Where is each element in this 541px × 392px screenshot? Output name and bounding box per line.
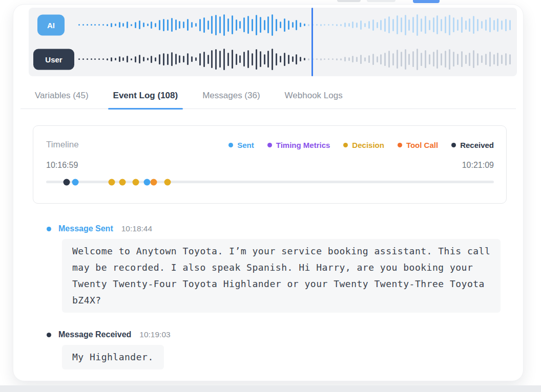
cutoff-toolbar-fragment: [413, 0, 440, 3]
event-type-label[interactable]: Message Sent: [58, 224, 113, 233]
waveform-bar: [211, 50, 213, 68]
waveform-bar: [493, 20, 495, 30]
waveform-bar: [332, 58, 334, 60]
waveform-bar: [372, 54, 374, 65]
timeline-event-dot[interactable]: [164, 179, 171, 185]
timeline-event-dot[interactable]: [132, 179, 139, 185]
waveform-bar: [267, 51, 269, 68]
playback-playhead[interactable]: [311, 8, 313, 76]
waveform-bar: [469, 18, 470, 32]
waveform-bar: [392, 53, 394, 66]
waveform-bar: [107, 58, 108, 60]
waveform-bar: [187, 19, 189, 31]
waveform-bar: [203, 17, 205, 33]
timeline-event-dot[interactable]: [119, 179, 126, 185]
waveform-bar: [195, 23, 197, 27]
waveform-bar: [276, 53, 277, 66]
waveform-bar: [412, 51, 414, 67]
waveform-bar: [91, 58, 92, 60]
waveform-bar: [122, 23, 124, 27]
waveform-bar: [163, 53, 164, 66]
waveform-bar: [243, 52, 245, 67]
waveform-bar: [179, 21, 180, 29]
waveform-bar: [408, 19, 410, 31]
waveform-bar: [143, 23, 144, 27]
waveform-bar: [364, 23, 366, 27]
waveform-bar: [457, 19, 459, 31]
waveform-bar: [143, 57, 144, 61]
ai-waveform: [78, 8, 511, 42]
waveform-bar: [111, 23, 112, 27]
waveform-bar: [247, 50, 249, 68]
waveform-bar: [195, 57, 197, 61]
waveform-bar: [368, 21, 370, 29]
timeline-track[interactable]: [46, 181, 494, 183]
legend-item-received[interactable]: Received: [451, 141, 494, 149]
legend-item-sent[interactable]: Sent: [228, 141, 254, 149]
legend-item-timing-metrics[interactable]: Timing Metrics: [267, 141, 330, 149]
waveform-bar: [175, 54, 177, 64]
waveform-bar: [284, 53, 285, 66]
waveform-bar: [405, 15, 406, 35]
event-type-dot: [47, 333, 51, 337]
waveform-bar: [405, 49, 406, 70]
legend-item-tool-call[interactable]: Tool Call: [398, 141, 438, 149]
waveform-bar: [215, 49, 217, 70]
waveform-bar: [356, 23, 358, 28]
waveform-bar: [348, 23, 350, 27]
tab-messages[interactable]: Messages (36): [201, 91, 261, 108]
timeline-event-dot[interactable]: [143, 179, 150, 185]
timeline-event-dot[interactable]: [64, 179, 70, 185]
waveform-panel[interactable]: AI User: [29, 8, 517, 76]
waveform-bar: [135, 22, 136, 28]
bottom-page-edge: [0, 385, 541, 392]
waveform-bar: [131, 24, 132, 26]
waveform-bar: [336, 24, 338, 26]
waveform-bar: [288, 20, 289, 30]
waveform-bar: [167, 19, 169, 31]
waveform-bar: [300, 57, 301, 61]
waveform-bar: [87, 24, 88, 26]
timeline-legend: SentTiming MetricsDecisionTool CallRecei…: [228, 141, 494, 149]
waveform-bar: [115, 58, 116, 60]
waveform-bar: [441, 53, 442, 66]
legend-dot-icon: [267, 143, 272, 147]
call-detail-card: AI User Variables (45) Event Log (108) M…: [13, 4, 524, 381]
waveform-bar: [449, 49, 450, 70]
legend-item-decision[interactable]: Decision: [343, 141, 384, 149]
waveform-bar: [284, 18, 285, 32]
waveform-bar: [98, 58, 100, 60]
waveform-bar: [183, 21, 184, 28]
waveform-bar: [179, 55, 180, 63]
waveform-bar: [78, 24, 80, 26]
timeline-event-dot[interactable]: [150, 179, 157, 185]
waveform-bar: [429, 54, 430, 64]
waveform-bar: [485, 19, 487, 31]
ai-waveform-row: AI: [29, 8, 514, 42]
waveform-bar: [477, 19, 478, 31]
waveform-bar: [127, 21, 128, 28]
waveform-bar: [441, 19, 442, 31]
waveform-bar: [320, 58, 322, 60]
waveform-bar: [364, 57, 366, 61]
waveform-bar: [256, 49, 257, 70]
tab-event-log[interactable]: Event Log (108): [112, 91, 179, 108]
waveform-bar: [292, 56, 294, 62]
waveform-bar: [436, 50, 438, 69]
event-type-dot: [47, 227, 51, 231]
tab-webhook-logs[interactable]: Webhook Logs: [284, 91, 344, 108]
waveform-bar: [481, 55, 483, 63]
waveform-bar: [316, 58, 318, 60]
waveform-bar: [392, 19, 394, 31]
timeline-event-dot[interactable]: [72, 179, 78, 185]
event-message-text: Welcome to Anytown Toyota. I’m your serv…: [62, 239, 501, 313]
waveform-bar: [316, 24, 318, 26]
timeline-event-dot[interactable]: [108, 179, 115, 185]
waveform-bar: [453, 17, 454, 32]
waveform-bar: [380, 54, 382, 64]
timeline-title: Timeline: [46, 140, 79, 150]
waveform-bar: [239, 21, 241, 29]
event-type-label[interactable]: Message Received: [58, 330, 131, 339]
tab-variables[interactable]: Variables (45): [34, 91, 90, 108]
waveform-bar: [239, 55, 241, 63]
